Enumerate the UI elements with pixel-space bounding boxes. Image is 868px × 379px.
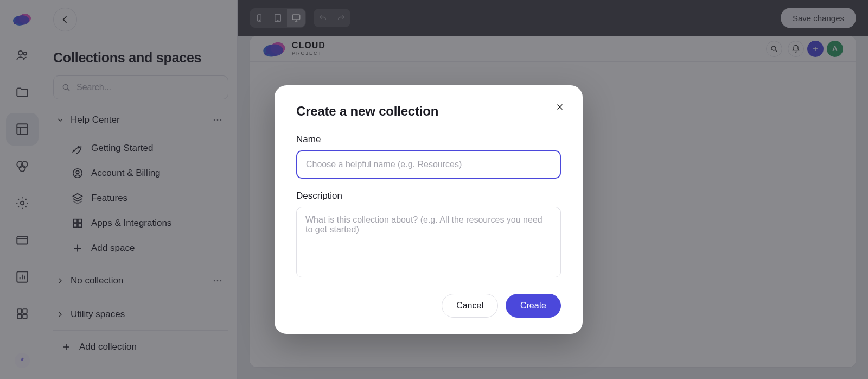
description-field-label: Description [296, 191, 561, 201]
collection-description-input[interactable] [296, 207, 561, 277]
name-field-label: Name [296, 134, 561, 145]
modal-overlay[interactable]: Create a new collection Name Description… [0, 0, 868, 379]
modal-close-button[interactable] [552, 99, 567, 115]
create-collection-modal: Create a new collection Name Description… [275, 85, 583, 334]
collection-name-input[interactable] [296, 150, 561, 179]
create-button[interactable]: Create [506, 294, 561, 318]
cancel-button[interactable]: Cancel [442, 294, 498, 318]
modal-title: Create a new collection [296, 104, 561, 119]
